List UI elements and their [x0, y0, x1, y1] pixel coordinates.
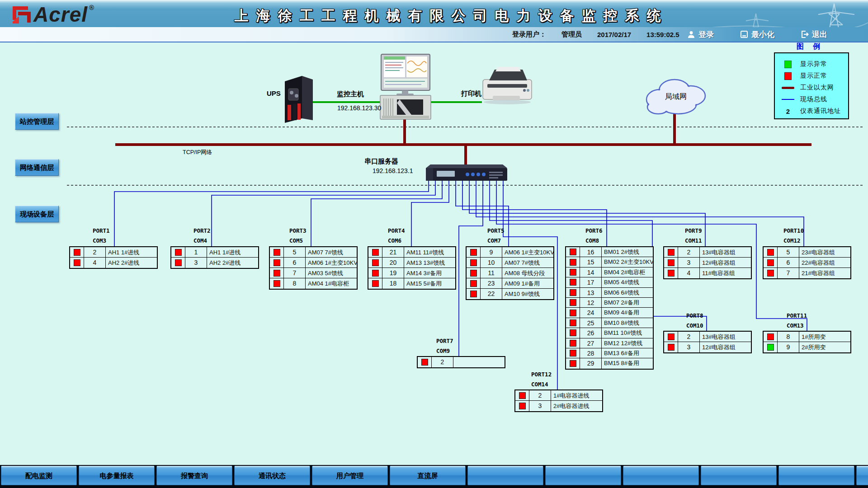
- device-row[interactable]: 19AM14 3#备用: [368, 268, 455, 278]
- nav-button-power-report[interactable]: 电参量报表: [79, 466, 155, 485]
- device-row[interactable]: 18AM15 5#备用: [368, 278, 455, 289]
- device-name: BM12 12#馈线: [602, 338, 653, 348]
- nav-button-empty[interactable]: [701, 466, 777, 485]
- device-row[interactable]: 5AM07 7#馈线: [270, 247, 357, 258]
- device-row[interactable]: 32#电容器进线: [515, 401, 602, 411]
- device-row[interactable]: 9AM06 1#主变10KV总进线: [467, 247, 553, 258]
- layer-button-network-comm[interactable]: 网络通信层: [15, 159, 59, 176]
- device-row[interactable]: 312#电容器组: [664, 258, 751, 268]
- device-name: AM06 1#主变10KV总进线: [502, 247, 553, 257]
- device-row[interactable]: 4AH2 2#进线: [70, 258, 157, 268]
- device-address: 7: [778, 268, 799, 278]
- port-label-port11: PORT11 COM13: [787, 311, 807, 331]
- device-row[interactable]: 24BM09 4#备用: [566, 308, 653, 318]
- device-row[interactable]: 14BM04 2#电容柜: [566, 267, 653, 277]
- device-row[interactable]: 23AM09 1#备用: [467, 278, 553, 289]
- port-table-port2: 1AH1 1#进线3AH2 2#进线: [170, 246, 259, 269]
- device-row[interactable]: 16BM01 2#馈线: [566, 247, 653, 257]
- nav-button-user-management[interactable]: 用户管理: [312, 466, 388, 485]
- device-row[interactable]: 213#电容器组: [664, 332, 751, 342]
- device-address: 11: [481, 268, 502, 278]
- device-row[interactable]: 8AM04 1#电容柜: [270, 278, 357, 289]
- device-row[interactable]: 11AM08 母线分段: [467, 268, 553, 278]
- port-table-port6: 16BM01 2#馈线15BM02 2#主变10KV总进线14BM04 2#电容…: [565, 246, 654, 370]
- lan-label: 局域网: [665, 92, 687, 102]
- device-name: AM14 3#备用: [404, 268, 455, 278]
- device-row[interactable]: 2AH1 1#进线: [70, 247, 157, 258]
- nav-button-empty[interactable]: [467, 466, 543, 485]
- nav-button-dc-screen[interactable]: 直流屏: [390, 466, 466, 485]
- bottom-nav-bar: 配电监测 电参量报表 报警查询 通讯状态 用户管理 直流屏: [0, 465, 868, 488]
- device-row[interactable]: 21AM11 11#馈线: [368, 247, 455, 258]
- device-row[interactable]: 29BM15 8#备用: [566, 358, 653, 368]
- status-led-cell: [70, 247, 84, 257]
- status-led-red: [570, 269, 576, 276]
- device-row[interactable]: 13BM06 6#馈线: [566, 288, 653, 298]
- status-led-cell: [368, 258, 382, 267]
- device-row[interactable]: 622#电容器组: [764, 258, 850, 268]
- device-row[interactable]: 312#电容器组: [664, 342, 751, 352]
- legend-item: 2仪表通讯地址: [781, 105, 848, 117]
- nav-button-empty[interactable]: [623, 466, 699, 485]
- device-row[interactable]: 12BM07 2#备用: [566, 298, 653, 308]
- device-name: [453, 357, 505, 367]
- device-row[interactable]: 15BM02 2#主变10KV总进线: [566, 257, 653, 267]
- device-name: 12#电容器组: [700, 258, 751, 267]
- serial-server-label: 串口服务器: [364, 157, 398, 166]
- device-row[interactable]: 27BM12 12#馈线: [566, 338, 653, 348]
- status-led-red: [274, 259, 280, 266]
- nav-button-empty[interactable]: [856, 466, 868, 485]
- device-row[interactable]: 213#电容器组: [664, 247, 751, 258]
- serial-server-ip: 192.168.123.1: [373, 167, 413, 174]
- status-led-red: [470, 280, 477, 287]
- device-row[interactable]: 10AM07 7#馈线: [467, 258, 553, 268]
- nav-button-empty[interactable]: [778, 466, 854, 485]
- device-row[interactable]: 1AH1 1#进线: [171, 247, 258, 258]
- device-row[interactable]: 92#所用变: [764, 342, 850, 352]
- device-row[interactable]: 21#电容器进线: [515, 390, 602, 401]
- device-row[interactable]: 20AM13 13#馈线: [368, 258, 455, 268]
- device-address: 4: [84, 258, 106, 268]
- status-led-cell: [467, 268, 481, 278]
- device-address: 17: [580, 277, 602, 287]
- device-row[interactable]: 6AM06 1#主变10KV总进线: [270, 258, 357, 268]
- device-row[interactable]: 17BM05 4#馈线: [566, 277, 653, 287]
- nav-button-comm-status[interactable]: 通讯状态: [234, 466, 310, 485]
- status-led-red: [570, 319, 576, 326]
- device-row[interactable]: 22AM10 9#馈线: [467, 289, 553, 299]
- device-row[interactable]: 26BM11 10#馈线: [566, 328, 653, 338]
- device-row[interactable]: 523#电容器组: [764, 247, 850, 258]
- device-row[interactable]: 3AH2 2#进线: [171, 258, 258, 268]
- status-led-cell: [270, 278, 284, 289]
- device-row[interactable]: 411#电容器组: [664, 268, 751, 278]
- legend-address-symbol: 2: [781, 108, 795, 115]
- device-row[interactable]: 7AM03 5#馈线: [270, 268, 357, 278]
- device-row[interactable]: 721#电容器组: [764, 268, 850, 278]
- status-led-cell: [270, 258, 284, 267]
- device-row[interactable]: 81#所用变: [764, 332, 850, 342]
- device-row[interactable]: 2: [418, 357, 505, 367]
- status-led-red: [668, 333, 675, 340]
- nav-button-distribution-monitor[interactable]: 配电监测: [1, 466, 77, 485]
- device-address: 12: [580, 298, 602, 307]
- legend-label: 显示异常: [800, 60, 827, 68]
- legend-item: 显示异常: [781, 58, 848, 70]
- printer-image: [483, 67, 532, 104]
- legend-symbol: [781, 99, 795, 100]
- port-label-port3: PORT3 COM5: [289, 226, 307, 246]
- layer-button-station-control[interactable]: 站控管理层: [15, 113, 59, 130]
- device-name: AM07 7#馈线: [502, 258, 553, 267]
- legend-item: 工业以太网: [781, 82, 848, 94]
- status-led-red: [570, 360, 576, 367]
- port-table-port1: 2AH1 1#进线4AH2 2#进线: [69, 246, 158, 269]
- status-led-cell: [664, 332, 678, 342]
- status-led-red: [570, 340, 576, 347]
- device-row[interactable]: 28BM13 6#备用: [566, 348, 653, 358]
- led-red-symbol: [784, 72, 792, 80]
- layer-button-field-device[interactable]: 现场设备层: [15, 206, 59, 222]
- nav-button-empty[interactable]: [545, 466, 621, 485]
- status-led-red: [767, 333, 774, 340]
- device-row[interactable]: 25BM10 8#馈线: [566, 318, 653, 328]
- port-label-port9: PORT9 COM11: [685, 226, 702, 246]
- nav-button-alarm-query[interactable]: 报警查询: [156, 466, 232, 485]
